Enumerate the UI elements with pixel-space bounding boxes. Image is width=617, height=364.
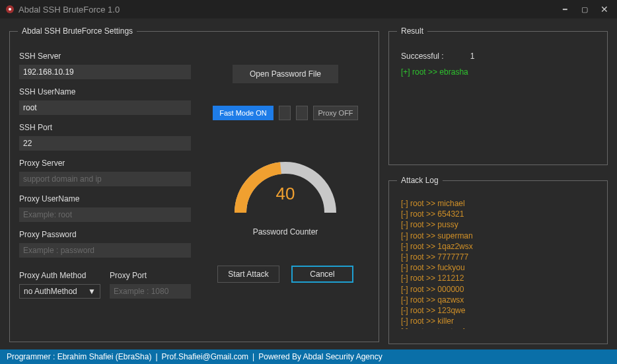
app-icon <box>5 5 15 14</box>
attack-log-body[interactable]: [-] root >> michael[-] root >> 654321[-]… <box>398 197 598 329</box>
ssh-port-input[interactable] <box>19 136 191 151</box>
attack-log-group: Attack Log [-] root >> michael[-] root >… <box>388 176 608 344</box>
proxy-toggle-box[interactable] <box>296 106 308 120</box>
window-close-button[interactable]: ✕ <box>595 2 614 17</box>
window-minimize-button[interactable]: ━ <box>555 2 575 17</box>
proxy-port-input[interactable] <box>110 284 191 299</box>
attack-log-line: [-] root >> 7777777 <box>401 252 595 262</box>
attack-log-line: [-] root >> pussy <box>401 219 595 230</box>
svg-point-1 <box>9 8 11 11</box>
proxy-username-input[interactable] <box>19 207 191 222</box>
attack-log-line: [-] root >> fuckyou <box>401 262 595 273</box>
gauge-value: 40 <box>226 184 345 204</box>
attack-log-legend: Attack Log <box>397 176 443 185</box>
attack-log-line: [-] root >> 1qaz2wsx <box>401 241 595 252</box>
footer-programmer: Programmer : Ebrahim Shafiei (EbraSha) <box>7 352 151 361</box>
ssh-username-input[interactable] <box>19 100 191 115</box>
ssh-server-input[interactable] <box>19 65 191 79</box>
attack-log-line: [-] root >> 121212 <box>401 273 595 283</box>
chevron-down-icon: ▼ <box>88 287 96 296</box>
window-title: Abdal SSH BruteForce 1.0 <box>18 5 555 15</box>
footer-separator: | <box>155 352 157 361</box>
footer-powered: Powered By Abdal Security Agency <box>258 352 382 361</box>
gauge-label: Password Counter <box>253 227 318 237</box>
password-counter-gauge: 40 <box>226 152 345 218</box>
proxy-auth-value: no AuthMethod <box>24 287 77 296</box>
proxy-password-label: Proxy Password <box>19 230 191 239</box>
attack-log-line: [-] root >> michael <box>401 198 595 209</box>
footer-email: Prof.Shafiei@Gmail.com <box>162 352 249 361</box>
window-maximize-button[interactable]: ▢ <box>575 2 595 17</box>
successful-label: Successful : <box>401 52 444 61</box>
fast-mode-button[interactable]: Fast Mode ON <box>213 106 273 120</box>
proxy-port-label: Proxy Port <box>110 271 191 280</box>
window-titlebar: Abdal SSH BruteForce 1.0 ━ ▢ ✕ <box>0 0 617 18</box>
attack-log-line: [-] root >> 654321 <box>401 209 595 219</box>
footer-separator: | <box>252 352 254 361</box>
start-attack-button[interactable]: Start Attack <box>217 266 279 283</box>
proxy-username-label: Proxy UserName <box>19 194 191 203</box>
ssh-port-label: SSH Port <box>19 123 191 132</box>
attack-log-line: [-] root >> superman <box>401 231 595 241</box>
result-group: Result Successful : 1 [+] root >> ebrash… <box>388 26 608 165</box>
open-password-file-button[interactable]: Open Password File <box>233 65 338 83</box>
result-success-line: [+] root >> ebrasha <box>401 67 595 77</box>
ssh-username-label: SSH UserName <box>19 87 191 96</box>
attack-log-line: [-] root >> 123qwe <box>401 305 595 316</box>
fast-mode-toggle-box[interactable] <box>279 106 291 120</box>
cancel-button[interactable]: Cancel <box>291 266 353 283</box>
proxy-off-button[interactable]: Proxy OFF <box>313 106 358 120</box>
attack-log-line: [-] root >> qazwsx <box>401 295 595 305</box>
footer-bar: Programmer : Ebrahim Shafiei (EbraSha) |… <box>0 349 617 364</box>
attack-log-line: [-] root >> 000000 <box>401 284 595 295</box>
proxy-server-label: Proxy Server <box>19 159 191 168</box>
settings-legend: Abdal SSH BruteForce Settings <box>18 26 137 36</box>
proxy-auth-label: Proxy Auth Method <box>19 271 100 280</box>
successful-count: 1 <box>470 52 475 61</box>
proxy-password-input[interactable] <box>19 243 191 258</box>
proxy-auth-dropdown[interactable]: no AuthMethod ▼ <box>19 284 100 299</box>
attack-log-line: [-] root >> killer <box>401 316 595 326</box>
attack-log-line: [-] root >> trustno1 <box>401 326 595 329</box>
proxy-server-input[interactable] <box>19 172 191 186</box>
settings-group: Abdal SSH BruteForce Settings SSH Server… <box>9 26 379 342</box>
result-legend: Result <box>397 26 427 36</box>
ssh-server-label: SSH Server <box>19 52 191 61</box>
